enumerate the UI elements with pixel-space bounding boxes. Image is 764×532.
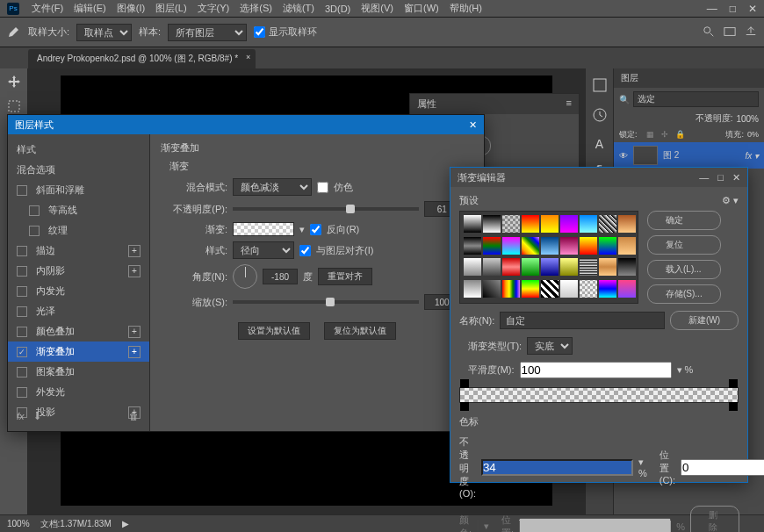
preset-swatch[interactable] — [580, 237, 597, 255]
ls-sidebar-item[interactable]: 纹理 — [8, 220, 149, 241]
preset-swatch[interactable] — [618, 215, 636, 233]
workspace-icon[interactable] — [724, 25, 736, 40]
ls-sidebar-item[interactable]: 描边+ — [8, 241, 149, 261]
dither-check[interactable] — [317, 182, 328, 193]
preset-swatch[interactable] — [502, 258, 520, 276]
ls-sidebar-item[interactable]: 等高线 — [8, 200, 149, 220]
ge-minimize-icon[interactable]: — — [699, 172, 709, 183]
align-check[interactable] — [299, 245, 311, 256]
minimize-icon[interactable]: — — [707, 3, 717, 15]
lock-position-icon[interactable]: ✢ — [661, 130, 668, 139]
preset-swatch[interactable] — [464, 215, 481, 233]
close-icon[interactable]: ✕ — [748, 3, 757, 15]
menu-type[interactable]: 文字(Y) — [192, 2, 235, 15]
reset-default-button[interactable]: 复位为默认值 — [324, 322, 396, 340]
visibility-icon[interactable]: 👁 — [619, 151, 628, 161]
preset-swatch[interactable] — [502, 280, 520, 298]
preset-swatch[interactable] — [560, 258, 578, 276]
eyedropper-tool-icon[interactable] — [7, 25, 21, 40]
menu-3d[interactable]: 3D(D) — [320, 4, 356, 14]
smooth-input[interactable] — [520, 362, 672, 378]
preset-swatch[interactable] — [560, 215, 578, 233]
blend-mode-select[interactable]: 颜色减淡 — [233, 178, 312, 196]
menu-file[interactable]: 文件(F) — [26, 2, 68, 15]
ge-ok-button[interactable]: 确定 — [647, 211, 721, 230]
ls-sidebar-item[interactable]: 光泽 — [8, 301, 149, 321]
ls-sidebar-item[interactable]: 颜色叠加+ — [8, 321, 149, 341]
opacity-stop[interactable] — [729, 379, 738, 388]
fx-badge[interactable]: fx ▾ — [745, 151, 759, 161]
stop-pos-input[interactable] — [681, 459, 764, 476]
preset-swatch[interactable] — [580, 280, 597, 298]
preset-swatch[interactable] — [580, 215, 597, 233]
menu-edit[interactable]: 编辑(E) — [68, 2, 112, 15]
preset-swatch[interactable] — [464, 237, 481, 255]
ls-sidebar-item[interactable]: 外发光 — [8, 382, 149, 402]
layer-search-input[interactable] — [633, 91, 759, 107]
layers-tab[interactable]: 图层 — [614, 68, 764, 88]
maximize-icon[interactable]: □ — [730, 3, 736, 15]
gradient-swatch[interactable] — [233, 222, 294, 236]
name-input[interactable] — [500, 312, 665, 329]
angle-dial[interactable] — [233, 264, 257, 289]
sample-size-select[interactable]: 取样点 — [76, 24, 132, 41]
fx-icon[interactable]: fx — [17, 411, 25, 422]
ge-load-button[interactable]: 载入(L)... — [647, 260, 721, 279]
new-gradient-button[interactable]: 新建(W) — [670, 311, 739, 330]
opacity-slider[interactable] — [233, 207, 419, 211]
stop-opacity-input[interactable] — [481, 459, 633, 476]
menu-filter[interactable]: 滤镜(T) — [277, 2, 320, 15]
lock-pixels-icon[interactable]: ▦ — [646, 130, 654, 139]
preset-swatch[interactable] — [502, 215, 520, 233]
preset-swatch[interactable] — [618, 280, 636, 298]
preset-swatch[interactable] — [541, 258, 559, 276]
fill-value[interactable]: 0% — [747, 130, 759, 139]
status-arrow-icon[interactable]: ▶ — [122, 519, 129, 528]
preset-swatch[interactable] — [618, 258, 636, 276]
preset-swatch[interactable] — [464, 280, 481, 298]
down-icon[interactable]: ⬇ — [33, 411, 41, 422]
preset-swatch[interactable] — [599, 280, 616, 298]
type-select[interactable]: 实底 — [527, 337, 573, 355]
preset-swatch[interactable] — [522, 280, 539, 298]
preset-swatch[interactable] — [599, 215, 616, 233]
presets-gear-icon[interactable]: ⚙ ▾ — [722, 195, 739, 206]
lock-all-icon[interactable]: 🔒 — [675, 130, 685, 139]
menu-help[interactable]: 帮助(H) — [444, 2, 487, 15]
preset-swatch[interactable] — [464, 258, 481, 276]
preset-swatch[interactable] — [522, 215, 539, 233]
ls-sidebar-item[interactable]: 混合选项 — [8, 160, 149, 180]
preset-swatch[interactable] — [483, 280, 501, 298]
ge-reset-button[interactable]: 复位 — [647, 235, 721, 255]
share-icon[interactable] — [745, 25, 757, 40]
preset-swatch[interactable] — [618, 237, 636, 255]
reverse-check[interactable] — [310, 224, 321, 235]
dialog-close-icon[interactable]: ✕ — [469, 119, 477, 131]
preset-swatch[interactable] — [560, 280, 578, 298]
ls-sidebar-item[interactable]: 图案叠加 — [8, 362, 149, 382]
ge-maximize-icon[interactable]: □ — [717, 172, 724, 183]
document-tab[interactable]: Andrey Prokopenko2.psd @ 100% (图 2, RGB/… — [28, 49, 256, 68]
set-default-button[interactable]: 设置为默认值 — [238, 322, 310, 340]
opacity-value[interactable]: 100% — [736, 114, 759, 124]
preset-swatch[interactable] — [522, 237, 539, 255]
layer-name[interactable]: 图 2 — [663, 149, 679, 162]
text-panel-icon[interactable]: A — [595, 137, 603, 151]
search-icon[interactable] — [703, 25, 715, 40]
menu-layer[interactable]: 图层(L) — [150, 2, 191, 15]
preset-swatch[interactable] — [483, 215, 501, 233]
show-ring-check[interactable]: 显示取样环 — [254, 25, 317, 39]
history-panel-icon[interactable] — [592, 107, 608, 125]
gradient-dropdown-icon[interactable]: ▾ — [299, 224, 305, 235]
menu-window[interactable]: 窗口(W) — [399, 2, 444, 15]
preset-swatch[interactable] — [599, 237, 616, 255]
reset-align-button[interactable]: 重置对齐 — [318, 268, 372, 285]
ge-close-icon[interactable]: ✕ — [732, 172, 740, 183]
gradient-bar[interactable] — [459, 387, 739, 403]
tab-close-icon[interactable]: × — [246, 53, 250, 61]
ls-sidebar-item[interactable]: 样式 — [8, 140, 149, 160]
color-stop[interactable] — [729, 402, 738, 411]
layer-row[interactable]: 👁 图 2 fx ▾ — [614, 142, 764, 169]
sample-select[interactable]: 所有图层 — [168, 24, 247, 41]
ls-sidebar-item[interactable]: 斜面和浮雕 — [8, 180, 149, 200]
